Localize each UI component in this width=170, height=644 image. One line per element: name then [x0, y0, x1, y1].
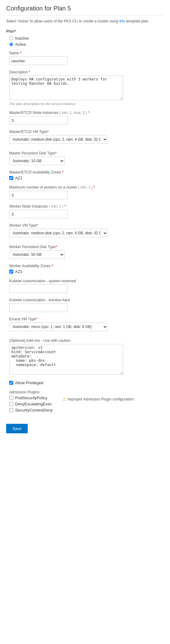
master-az1-label: AZ1	[15, 176, 22, 180]
kubelet-eviction-hard-label: Kubelet customization - eviction-hard	[9, 298, 164, 302]
worker-az1-label: AZ1	[15, 269, 22, 274]
master-etcd-instances-group: Master/ETCD Node Instances ( min: 1, max…	[9, 111, 164, 125]
description-label: Description *	[9, 70, 164, 74]
security-context-deny-label: SecurityContextDeny	[15, 408, 53, 412]
name-label: Name *	[9, 51, 164, 55]
addons-group: (Optional) Add-ons - Use with caution ap…	[9, 338, 164, 376]
worker-az1-item: AZ1	[9, 269, 164, 274]
admission-warning: ⚠ Improper Admission Plugin configuratio…	[62, 396, 134, 402]
master-persistent-disk-select[interactable]: Automatic: 10 GB	[9, 157, 65, 165]
worker-node-instances-label: Worker Node Instances ( min: 1 ) *	[9, 204, 164, 209]
master-etcd-instances-label: Master/ETCD Node Instances ( min: 1, max…	[9, 111, 164, 115]
allow-privileged-checkbox[interactable]	[9, 381, 13, 385]
errand-vm-type-label: Errand VM Type*	[9, 317, 164, 321]
active-radio-item: Active	[9, 42, 164, 47]
worker-vm-type-group: Worker VM Type* Automatic: medium.disk (…	[9, 223, 164, 237]
allow-privileged-item: Allow Privileged	[9, 381, 164, 385]
master-az-group: Master/ETCD Availability Zones * AZ1	[9, 170, 164, 180]
worker-vm-type-label: Worker VM Type*	[9, 223, 164, 228]
master-etcd-vm-type-select[interactable]: Automatic: medium.disk (cpu: 2, ram: 4 G…	[9, 135, 108, 144]
master-etcd-instances-input[interactable]	[9, 116, 68, 125]
admission-plugins-group: Admission Plugins PodSecurityPolicy Deny…	[9, 390, 164, 414]
inactive-radio-item: Inactive	[9, 36, 164, 41]
worker-vm-type-select[interactable]: Automatic: medium.disk (cpu: 2, ram: 4 G…	[9, 229, 108, 237]
plan-section: Plan* Inactive Active	[6, 29, 164, 47]
pod-security-policy-checkbox[interactable]	[9, 396, 13, 400]
master-persistent-disk-label: Master Persistent Disk Type*	[9, 151, 164, 155]
save-button[interactable]: Save	[6, 424, 28, 433]
max-workers-input[interactable]	[9, 191, 68, 199]
help-link[interactable]: this	[119, 19, 125, 23]
master-az1-checkbox[interactable]	[9, 176, 13, 180]
plan-radio-group: Inactive Active	[9, 36, 164, 47]
deny-escalating-exec-checkbox[interactable]	[9, 402, 13, 406]
kubelet-system-reserved-group: Kubelet customization - system-reserved	[9, 279, 164, 293]
admission-warning-text: Improper Admission Plugin configuration	[67, 397, 134, 401]
master-az1-item: AZ1	[9, 176, 164, 180]
errand-vm-type-select[interactable]: Automatic: micro (cpu: 1, ram: 1 GB, dis…	[9, 322, 108, 331]
worker-az-group: Worker Availability Zones * AZ1	[9, 264, 164, 274]
max-workers-group: Maximum number of workers on a cluster (…	[9, 185, 164, 199]
worker-node-instances-input[interactable]	[9, 210, 68, 218]
active-radio[interactable]	[9, 42, 13, 46]
allow-privileged-group: Allow Privileged	[9, 381, 164, 385]
kubelet-system-reserved-input[interactable]	[9, 284, 68, 293]
worker-az-label: Worker Availability Zones *	[9, 264, 164, 268]
master-persistent-disk-group: Master Persistent Disk Type* Automatic: …	[9, 151, 164, 165]
worker-persistent-disk-label: Worker Persistent Disk Type*	[9, 245, 164, 249]
worker-persistent-disk-select[interactable]: Automatic: 50 GB	[9, 250, 65, 259]
deny-escalating-exec-label: DenyEscalatingExec	[15, 402, 52, 406]
worker-node-instances-group: Worker Node Instances ( min: 1 ) *	[9, 204, 164, 218]
admission-plugins-list: PodSecurityPolicy DenyEscalatingExec Sec…	[9, 396, 53, 414]
kubelet-eviction-hard-group: Kubelet customization - eviction-hard	[9, 298, 164, 312]
plan-label: Plan*	[6, 29, 164, 33]
addons-label: (Optional) Add-ons - Use with caution	[9, 338, 164, 343]
master-etcd-vm-type-group: Master/ETCD VM Type* Automatic: medium.d…	[9, 130, 164, 144]
description-hint: The plan description for the service ins…	[9, 102, 164, 106]
pod-security-policy-item: PodSecurityPolicy	[9, 396, 53, 400]
warning-icon: ⚠	[62, 396, 66, 402]
addons-textarea[interactable]: apiVersion: v1 kind: ServiceAccount meta…	[9, 344, 123, 375]
name-input[interactable]	[9, 57, 68, 65]
page-container: Configuration for Plan 5 Select 'Active'…	[0, 0, 170, 438]
inactive-radio[interactable]	[9, 36, 13, 40]
master-az-label: Master/ETCD Availability Zones *	[9, 170, 164, 174]
help-text: Select 'Active' to allow users of the PK…	[6, 19, 164, 23]
kubelet-system-reserved-label: Kubelet customization - system-reserved	[9, 279, 164, 283]
errand-vm-type-group: Errand VM Type* Automatic: micro (cpu: 1…	[9, 317, 164, 331]
allow-privileged-label: Allow Privileged	[15, 381, 43, 385]
pod-security-policy-label: PodSecurityPolicy	[15, 396, 47, 400]
master-etcd-vm-type-label: Master/ETCD VM Type*	[9, 130, 164, 134]
security-context-deny-item: SecurityContextDeny	[9, 408, 53, 412]
inactive-label: Inactive	[15, 36, 29, 41]
worker-persistent-disk-group: Worker Persistent Disk Type* Automatic: …	[9, 245, 164, 259]
kubelet-eviction-hard-input[interactable]	[9, 303, 68, 312]
admission-plugins-label: Admission Plugins	[9, 390, 164, 394]
description-field-group: Description * Deploys HA configuration w…	[9, 70, 164, 106]
page-title: Configuration for Plan 5	[6, 5, 164, 15]
deny-escalating-exec-item: DenyEscalatingExec	[9, 402, 53, 406]
security-context-deny-checkbox[interactable]	[9, 408, 13, 412]
active-label: Active	[15, 42, 26, 47]
worker-az1-checkbox[interactable]	[9, 270, 13, 274]
name-field-group: Name *	[9, 51, 164, 65]
max-workers-label: Maximum number of workers on a cluster (…	[9, 185, 164, 189]
admission-plugins-row: PodSecurityPolicy DenyEscalatingExec Sec…	[9, 396, 164, 414]
description-textarea[interactable]: Deploys HA configuration with 3 workers …	[9, 76, 123, 100]
